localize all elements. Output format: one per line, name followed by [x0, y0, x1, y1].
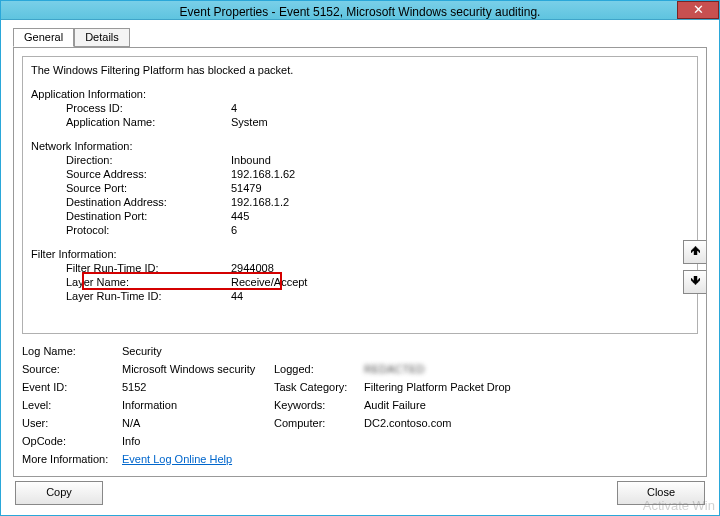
computer-label: Computer: — [274, 417, 364, 429]
button-bar: Copy Close — [1, 477, 719, 515]
direction-label: Direction: — [31, 153, 231, 167]
protocol-label: Protocol: — [31, 223, 231, 237]
tab-details[interactable]: Details — [74, 28, 130, 47]
layer-name-label: Layer Name: — [31, 275, 231, 289]
event-message-box: The Windows Filtering Platform has block… — [22, 56, 698, 334]
event-log-online-help-link[interactable]: Event Log Online Help — [122, 453, 274, 465]
layer-runtime-id-value: 44 — [231, 289, 243, 303]
keywords-label: Keywords: — [274, 399, 364, 411]
user-label: User: — [22, 417, 122, 429]
tab-page-general: The Windows Filtering Platform has block… — [13, 47, 707, 477]
close-icon: ✕ — [693, 2, 704, 17]
copy-button[interactable]: Copy — [15, 481, 103, 505]
process-id-label: Process ID: — [31, 101, 231, 115]
source-value: Microsoft Windows security — [122, 363, 274, 375]
source-address-value: 192.168.1.62 — [231, 167, 295, 181]
next-event-button[interactable]: 🡻 — [683, 270, 707, 294]
direction-value: Inbound — [231, 153, 271, 167]
arrow-down-icon: 🡻 — [690, 275, 701, 287]
window-title: Event Properties - Event 5152, Microsoft… — [1, 1, 719, 23]
task-category-label: Task Category: — [274, 381, 364, 393]
event-properties-window: Event Properties - Event 5152, Microsoft… — [0, 0, 720, 516]
layer-name-value: Receive/Accept — [231, 275, 307, 289]
source-address-label: Source Address: — [31, 167, 231, 181]
app-info-header: Application Information: — [31, 87, 689, 101]
destination-port-label: Destination Port: — [31, 209, 231, 223]
filter-runtime-id-label: Filter Run-Time ID: — [31, 261, 231, 275]
event-summary: The Windows Filtering Platform has block… — [31, 63, 689, 77]
user-value: N/A — [122, 417, 274, 429]
more-info-label: More Information: — [22, 453, 122, 465]
window-close-button[interactable]: ✕ — [677, 1, 719, 19]
destination-port-value: 445 — [231, 209, 249, 223]
opcode-label: OpCode: — [22, 435, 122, 447]
arrow-up-icon: 🡹 — [690, 245, 701, 257]
filter-runtime-id-value: 2944008 — [231, 261, 274, 275]
content-area: GeneralDetails The Windows Filtering Pla… — [1, 20, 719, 477]
log-name-value: Security — [122, 345, 274, 357]
application-name-value: System — [231, 115, 268, 129]
process-id-value: 4 — [231, 101, 237, 115]
source-label: Source: — [22, 363, 122, 375]
logged-value: REDACTED — [364, 363, 698, 375]
event-id-label: Event ID: — [22, 381, 122, 393]
network-info-header: Network Information: — [31, 139, 689, 153]
titlebar: Event Properties - Event 5152, Microsoft… — [1, 1, 719, 20]
task-category-value: Filtering Platform Packet Drop — [364, 381, 698, 393]
keywords-value: Audit Failure — [364, 399, 698, 411]
tab-strip: GeneralDetails — [13, 28, 707, 48]
close-button[interactable]: Close — [617, 481, 705, 505]
destination-address-value: 192.168.1.2 — [231, 195, 289, 209]
computer-value: DC2.contoso.com — [364, 417, 698, 429]
event-metadata-grid: Log Name: Security Source: Microsoft Win… — [22, 342, 698, 468]
filter-info-header: Filter Information: — [31, 247, 689, 261]
level-label: Level: — [22, 399, 122, 411]
log-name-label: Log Name: — [22, 345, 122, 357]
application-name-label: Application Name: — [31, 115, 231, 129]
opcode-value: Info — [122, 435, 274, 447]
prev-event-button[interactable]: 🡹 — [683, 240, 707, 264]
logged-label: Logged: — [274, 363, 364, 375]
event-id-value: 5152 — [122, 381, 274, 393]
source-port-value: 51479 — [231, 181, 262, 195]
protocol-value: 6 — [231, 223, 237, 237]
level-value: Information — [122, 399, 274, 411]
tab-general[interactable]: General — [13, 28, 74, 47]
source-port-label: Source Port: — [31, 181, 231, 195]
destination-address-label: Destination Address: — [31, 195, 231, 209]
layer-runtime-id-label: Layer Run-Time ID: — [31, 289, 231, 303]
